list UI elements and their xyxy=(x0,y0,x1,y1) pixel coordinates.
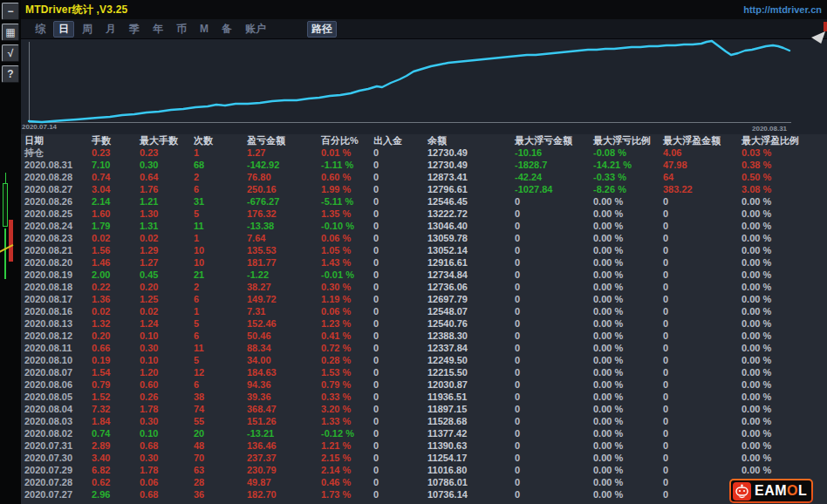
value-cell: 1.36 xyxy=(92,293,140,305)
value-cell: 2.00 xyxy=(92,269,140,281)
value-cell: 3.04 xyxy=(92,183,140,195)
table-row: 2020.08.120.200.10650.460.41 %012388.300… xyxy=(21,330,827,342)
max-floating-loss-pct-cell: 0.00 % xyxy=(593,281,663,293)
value-cell: 0.19 xyxy=(92,354,140,366)
value-cell: 1.73 % xyxy=(321,488,373,501)
menu-item-月[interactable]: 月 xyxy=(100,21,121,37)
date-cell: 2020.08.13 xyxy=(24,317,92,330)
max-floating-loss-pct-cell: 0.00 % xyxy=(593,476,663,488)
value-cell: 7.10 xyxy=(92,159,140,171)
balance-cell: 12730.49 xyxy=(427,146,515,159)
table-body: 持仓0.230.2311.270.01 %012730.49-10.16-0.0… xyxy=(21,146,827,501)
minimize-button[interactable]: − xyxy=(2,3,19,20)
value-cell: 1 xyxy=(194,305,247,317)
confirm-button[interactable]: √ xyxy=(2,44,19,62)
table-row: 2020.08.160.020.0217.310.06 %012548.0700… xyxy=(21,305,827,317)
max-floating-profit-pct-cell: 0.00 % xyxy=(742,403,827,415)
date-cell: 2020.08.18 xyxy=(24,281,92,293)
max-floating-loss-cell: 0 xyxy=(515,476,593,488)
date-cell: 2020.08.31 xyxy=(24,159,92,171)
value-cell: 152.46 xyxy=(247,317,321,330)
value-cell: 0.30 xyxy=(140,415,194,427)
value-cell: 0.60 xyxy=(140,378,194,391)
max-floating-loss-cell: 0 xyxy=(515,256,593,269)
value-cell: -676.27 xyxy=(247,195,321,208)
value-cell: 0.10 xyxy=(140,427,194,439)
max-floating-loss-cell: -42.24 xyxy=(515,171,593,183)
deposit-cell: 0 xyxy=(373,476,427,488)
table-row: 2020.08.171.361.256149.721.19 %012697.79… xyxy=(21,293,827,305)
balance-chart-svg xyxy=(21,39,827,134)
value-cell: 38.27 xyxy=(247,281,321,293)
value-cell: 1.24 xyxy=(140,317,194,330)
max-floating-profit-pct-cell: 0.00 % xyxy=(742,269,827,281)
date-cell: 2020.08.21 xyxy=(24,244,92,256)
menu-item-周[interactable]: 周 xyxy=(77,21,98,37)
value-cell: 36 xyxy=(194,488,247,501)
value-cell: 0.22 xyxy=(92,281,140,293)
balance-cell: 12546.45 xyxy=(427,195,515,208)
max-floating-loss-pct-cell: 0.00 % xyxy=(593,330,663,342)
value-cell: 49.87 xyxy=(247,476,321,488)
max-floating-loss-cell: 0 xyxy=(515,378,593,391)
balance-cell: 11016.80 xyxy=(427,464,515,476)
value-cell: 7.31 xyxy=(247,305,321,317)
background-candle-wick xyxy=(5,173,6,183)
max-floating-profit-cell: 0 xyxy=(663,427,742,439)
date-cell: 2020.08.19 xyxy=(24,269,92,281)
snapshot-button[interactable]: ▦ xyxy=(2,24,19,41)
menu-item-季[interactable]: 季 xyxy=(124,21,145,37)
value-cell: 368.47 xyxy=(247,403,321,415)
x-axis-start-label: 2020.07.14 xyxy=(22,123,57,131)
value-cell: -0.10 % xyxy=(321,220,373,232)
max-floating-loss-cell: 0 xyxy=(515,464,593,476)
menu-item-综[interactable]: 综 xyxy=(30,21,51,37)
date-cell: 2020.08.07 xyxy=(24,366,92,378)
value-cell: 151.26 xyxy=(247,415,321,427)
website-link[interactable]: http://mtdriver.cn xyxy=(743,4,822,15)
balance-cell: 11897.15 xyxy=(427,403,515,415)
value-cell: 2.14 xyxy=(92,195,140,208)
value-cell: 0.30 xyxy=(140,452,194,464)
menu-item-M[interactable]: M xyxy=(195,22,214,36)
value-cell: 11 xyxy=(194,220,247,232)
menu-item-账户[interactable]: 账户 xyxy=(240,21,271,37)
max-floating-loss-pct-cell: -0.08 % xyxy=(593,146,663,159)
max-floating-profit-pct-cell: 0.00 % xyxy=(742,244,827,256)
deposit-cell: 0 xyxy=(373,281,427,293)
value-cell: 0.23 xyxy=(92,146,140,159)
date-cell: 2020.07.27 xyxy=(24,488,92,501)
column-header: 最大浮亏比例 xyxy=(593,134,663,146)
value-cell: 63 xyxy=(194,464,247,476)
deposit-cell: 0 xyxy=(373,269,427,281)
menu-item-日[interactable]: 日 xyxy=(53,21,74,37)
value-cell: 0.30 % xyxy=(321,281,373,293)
path-button[interactable]: 路径 xyxy=(307,21,337,37)
max-floating-profit-cell: 0 xyxy=(663,391,742,403)
value-cell: 0.02 xyxy=(140,232,194,244)
table-row: 2020.08.280.740.64276.800.60 %012873.41-… xyxy=(21,171,827,183)
max-floating-profit-pct-cell: 0.38 % xyxy=(742,159,827,171)
value-cell: 136.46 xyxy=(247,439,321,452)
balance-cell: 12734.84 xyxy=(427,269,515,281)
value-cell: 5 xyxy=(194,354,247,366)
balance-cell: 11936.51 xyxy=(427,391,515,403)
menu-item-备[interactable]: 备 xyxy=(216,21,237,37)
deposit-cell: 0 xyxy=(373,317,427,330)
menu-item-币[interactable]: 币 xyxy=(171,21,192,37)
date-cell: 2020.08.17 xyxy=(24,293,92,305)
balance-cell: 10736.14 xyxy=(427,488,515,501)
max-floating-loss-cell: 0 xyxy=(515,488,593,501)
deposit-cell: 0 xyxy=(373,256,427,269)
value-cell: 0.68 xyxy=(140,439,194,452)
help-button[interactable]: ? xyxy=(2,65,19,83)
max-floating-loss-cell: 0 xyxy=(515,403,593,415)
value-cell: -13.21 xyxy=(247,427,321,439)
value-cell: 0.10 xyxy=(140,354,194,366)
value-cell: 0.41 % xyxy=(321,330,373,342)
value-cell: 94.36 xyxy=(247,378,321,391)
balance-cell: 11254.17 xyxy=(427,452,515,464)
stats-table: 日期手数最大手数次数盈亏金额百分比%出入金余额最大浮亏金额最大浮亏比例最大浮盈金… xyxy=(21,134,827,504)
menu-item-年[interactable]: 年 xyxy=(147,21,168,37)
max-floating-profit-pct-cell: 0.00 % xyxy=(742,281,827,293)
